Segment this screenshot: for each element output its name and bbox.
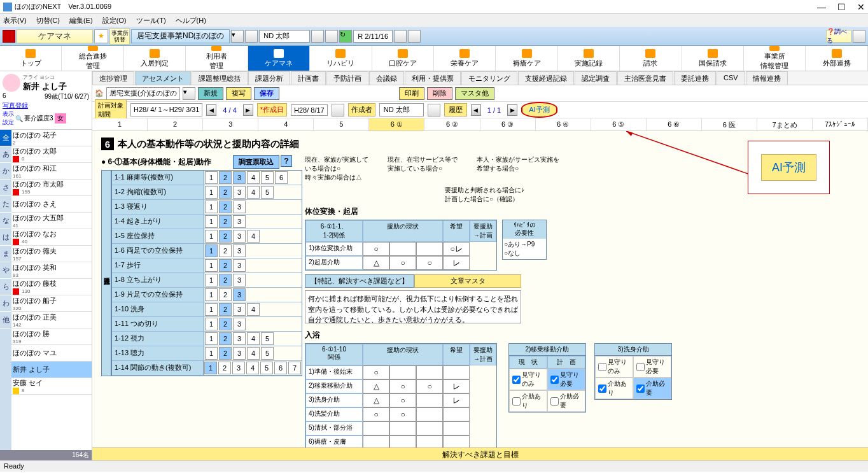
- date-picker[interactable]: [394, 30, 407, 43]
- assess-cell[interactable]: 2: [219, 288, 232, 301]
- checkbox-cell[interactable]: 見守り必要: [633, 356, 671, 378]
- matrix-cell[interactable]: ○: [416, 379, 443, 393]
- assess-cell[interactable]: 1: [205, 318, 218, 330]
- prev-hist[interactable]: ◀: [471, 104, 481, 116]
- index-char[interactable]: わ: [0, 295, 11, 312]
- matrix-cell[interactable]: レ: [443, 393, 470, 407]
- assess-cell[interactable]: 2: [219, 318, 232, 330]
- subtab[interactable]: 支援経過記録: [518, 71, 574, 85]
- assess-cell[interactable]: 3: [233, 259, 246, 272]
- patient-list-item[interactable]: ほのぼの なお40: [11, 229, 92, 246]
- index-char[interactable]: さ: [0, 180, 11, 196]
- assess-cell[interactable]: 1: [205, 201, 218, 213]
- index-char[interactable]: た: [0, 196, 11, 213]
- save-button[interactable]: 保存: [254, 87, 279, 100]
- nav-tab[interactable]: 外部連携: [806, 46, 867, 71]
- assess-cell[interactable]: 3: [233, 332, 246, 345]
- next-hist[interactable]: ▶: [507, 104, 517, 116]
- matrix-cell[interactable]: [416, 365, 443, 379]
- index-char[interactable]: ま: [0, 246, 11, 262]
- assess-cell[interactable]: 1: [204, 362, 217, 374]
- assess-cell[interactable]: 2: [219, 215, 232, 228]
- assess-cell[interactable]: 1: [205, 274, 218, 286]
- section-tab[interactable]: 7まとめ: [757, 118, 813, 131]
- assess-cell[interactable]: 3: [233, 244, 246, 257]
- matrix-cell[interactable]: レ: [443, 379, 470, 393]
- assess-cell[interactable]: 2: [219, 259, 232, 272]
- assess-cell[interactable]: 2: [219, 274, 232, 286]
- matrix-cell[interactable]: ○: [363, 407, 389, 421]
- patient-list-item[interactable]: ほのぼの 市太郎155: [11, 180, 92, 196]
- checkbox-cell[interactable]: 見守りのみ: [509, 369, 547, 390]
- assess-cell[interactable]: 3: [233, 230, 246, 243]
- menu-item[interactable]: 表示(V): [3, 16, 27, 25]
- search-icon[interactable]: 🔍: [15, 115, 23, 122]
- matrix-cell[interactable]: [416, 393, 443, 407]
- section-tab[interactable]: 6 ①: [369, 118, 424, 131]
- index-char[interactable]: 他: [0, 312, 11, 328]
- display-settings[interactable]: 表示 設定: [3, 110, 14, 127]
- assess-cell[interactable]: 2: [219, 201, 232, 213]
- index-char[interactable]: か: [0, 163, 11, 180]
- subtab[interactable]: 課題整理総括: [192, 71, 248, 85]
- matrix-cell[interactable]: △: [363, 393, 389, 407]
- assess-cell[interactable]: 5: [261, 186, 274, 199]
- matrix-cell[interactable]: ○: [389, 407, 416, 421]
- section-tab[interactable]: 6 医: [702, 118, 757, 131]
- refresh-button[interactable]: ↻: [339, 30, 352, 43]
- assess-cell[interactable]: 1: [205, 259, 218, 272]
- matrix-cell[interactable]: ○: [363, 365, 389, 379]
- user-icon[interactable]: [245, 30, 258, 43]
- patient-list-item[interactable]: ほのぼの 船子320: [11, 295, 92, 312]
- subtab[interactable]: モニタリング: [461, 71, 517, 85]
- calendar-button[interactable]: [325, 30, 338, 43]
- assess-cell[interactable]: 6: [274, 362, 287, 374]
- subtab[interactable]: 進捗管理: [92, 71, 134, 85]
- assess-cell[interactable]: 1: [205, 332, 218, 345]
- nav-tab[interactable]: 国保請求: [682, 46, 744, 71]
- matrix-cell[interactable]: ○: [389, 393, 416, 407]
- patient-list-item[interactable]: 新井 よし子: [11, 362, 92, 378]
- checkbox-cell[interactable]: 介助必要: [633, 378, 671, 399]
- assess-cell[interactable]: 1: [205, 244, 218, 257]
- home-dropdown[interactable]: ▾: [183, 87, 195, 100]
- assess-cell[interactable]: 4: [247, 186, 260, 199]
- assess-cell[interactable]: 2: [219, 230, 232, 243]
- next-plan[interactable]: ▶: [243, 104, 253, 116]
- matrix-cell[interactable]: [416, 421, 443, 435]
- matrix-cell[interactable]: △: [363, 379, 389, 393]
- patient-list-item[interactable]: ほのぼの 花子2: [11, 130, 92, 146]
- patient-list-item[interactable]: ほのぼの マユ: [11, 345, 92, 362]
- patient-list-item[interactable]: ほのぼの さえ: [11, 196, 92, 213]
- assess-cell[interactable]: 4: [247, 303, 260, 316]
- create-date[interactable]: H28/ 8/17: [291, 104, 328, 116]
- matrix-cell[interactable]: [443, 435, 470, 448]
- survey-import-button[interactable]: 調査票取込: [233, 155, 279, 169]
- subtab[interactable]: 会議録: [369, 71, 404, 85]
- index-char[interactable]: や: [0, 262, 11, 279]
- tool-button[interactable]: [853, 30, 865, 43]
- subtab[interactable]: 情報連携: [746, 71, 788, 85]
- copy-button[interactable]: 複写: [226, 87, 251, 100]
- menu-item[interactable]: 設定(O): [102, 16, 127, 25]
- matrix-cell[interactable]: ○: [416, 256, 443, 270]
- nav-tab[interactable]: 総合進捗 管理: [62, 46, 123, 71]
- patient-list-item[interactable]: ほのぼの 勝319: [11, 328, 92, 345]
- matrix-cell[interactable]: [389, 435, 416, 448]
- index-char[interactable]: ら: [0, 279, 11, 295]
- assess-cell[interactable]: 2: [219, 171, 232, 184]
- matrix-cell[interactable]: [389, 242, 416, 256]
- index-char[interactable]: あ: [0, 146, 11, 163]
- nav-tab[interactable]: 褥瘡ケア: [496, 46, 557, 71]
- patient-list-item[interactable]: ほのぼの 和江161: [11, 163, 92, 180]
- assess-cell[interactable]: 3: [233, 274, 246, 286]
- subtab[interactable]: 委託連携: [674, 71, 716, 85]
- subtab[interactable]: 課題分析: [248, 71, 290, 85]
- assess-cell[interactable]: 2: [219, 186, 232, 199]
- subtab[interactable]: 利用・提供票: [405, 71, 461, 85]
- help-button[interactable]: ❓調べる: [826, 30, 851, 43]
- close-button[interactable]: ✕: [857, 2, 865, 12]
- delete-button[interactable]: 削除: [427, 87, 452, 100]
- assess-cell[interactable]: 3: [233, 215, 246, 228]
- help-icon[interactable]: ?: [281, 155, 292, 167]
